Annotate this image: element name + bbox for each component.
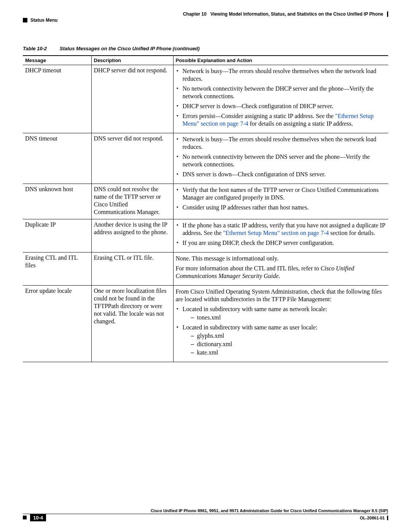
text: Located in subdirectory with same name a… [183,306,327,312]
header-bar-icon [387,11,388,17]
table-row: DNS timeout DNS server did not respond. … [23,133,388,184]
sub-list-item: tones.xml [191,314,386,321]
text: Errors persist—Consider assigning a stat… [183,113,335,119]
status-messages-table: Message Description Possible Explanation… [23,55,388,362]
text: for details on assigning a static IP add… [248,120,353,127]
cell-message: DNS timeout [23,133,91,184]
table-row: DNS unknown host DNS could not resolve t… [23,184,388,219]
footer-square-icon [23,516,27,519]
list-item: Verify that the host names of the TFTP s… [176,186,386,201]
sub-list-item: dictionary.xml [191,340,386,348]
cell-description: One or more localization files could not… [91,286,173,362]
text: Located in subdirectory with same name a… [183,324,318,331]
cell-action: Network is busy—The errors should resolv… [173,65,388,133]
page-number-badge: 10-4 [30,514,46,521]
list-item: Located in subdirectory with same name a… [176,324,386,356]
table-number: Table 10-2 [23,46,47,51]
table-caption: Table 10-2 Status Messages on the Cisco … [23,46,388,51]
list-item: DHCP server is down—Check configuration … [176,102,386,110]
page-footer: Cisco Unified IP Phone 8961, 9951, and 9… [23,508,388,521]
doc-id: OL-20861-01 [360,516,385,520]
cell-description: DNS could not resolve the name of the TF… [91,184,173,219]
list-item: Network is busy—The errors should resolv… [176,136,386,151]
cell-description: DHCP server did not respond. [91,65,173,133]
table-row: Duplicate IP Another device is using the… [23,219,388,252]
section-label: Status Menu [30,18,57,23]
table-row: DHCP timeout DHCP server did not respond… [23,65,388,133]
table-row: Erasing CTL and ITL files Erasing CTL or… [23,252,388,286]
cell-action: From Cisco Unified Operating System Admi… [173,286,388,362]
list-item: No network connectivity between the DNS … [176,153,386,168]
cell-message: Duplicate IP [23,219,91,252]
list-item: Errors persist—Consider assigning a stat… [176,112,386,128]
section-label-row: Status Menu [23,18,388,23]
cross-reference-link[interactable]: "Ethernet Setup Menu" section on page 7-… [223,230,329,236]
list-item: Network is busy—The errors should resolv… [176,67,386,83]
chapter-title: Viewing Model Information, Status, and S… [210,11,383,17]
cell-description: Another device is using the IP address a… [91,219,173,252]
text: For more information about the CTL and I… [176,265,321,272]
list-item: DNS server is down—Check configuration o… [176,171,386,178]
footer-bar-icon [387,516,388,520]
cell-message: Erasing CTL and ITL files [23,252,91,286]
paragraph: From Cisco Unified Operating System Admi… [176,288,386,303]
col-header-message: Message [23,56,91,65]
paragraph: For more information about the CTL and I… [176,265,386,280]
paragraph: None. This message is informational only… [176,255,386,262]
cell-action: Network is busy—The errors should resolv… [173,133,388,184]
cell-action: None. This message is informational only… [173,252,388,286]
table-title: Status Messages on the Cisco Unified IP … [60,46,200,51]
cell-description: Erasing CTL or ITL file. [91,252,173,286]
footer-guide-title: Cisco Unified IP Phone 8961, 9951, and 9… [151,508,388,513]
cell-action: If the phone has a static IP address, ve… [173,219,388,252]
list-item: No network connectivity between the DHCP… [176,85,386,100]
list-item: If you are using DHCP, check the DHCP se… [176,239,386,247]
square-marker-icon [23,18,27,22]
col-header-description: Description [91,56,173,65]
list-item: If the phone has a static IP address, ve… [176,222,386,237]
text: section for details. [329,230,375,236]
cell-message: DHCP timeout [23,65,91,133]
list-item: Located in subdirectory with same name a… [176,305,386,321]
running-header: Chapter 10 Viewing Model Information, St… [23,11,388,17]
cell-action: Verify that the host names of the TFTP s… [173,184,388,219]
table-header-row: Message Description Possible Explanation… [23,56,388,65]
chapter-label: Chapter 10 [183,11,207,17]
cell-description: DNS server did not respond. [91,133,173,184]
cell-message: Error update locale [23,286,91,362]
text: . [279,273,280,279]
sub-list-item: kate.xml [191,349,386,356]
sub-list-item: glyphs.xml [191,332,386,340]
list-item: Consider using IP addresses rather than … [176,204,386,211]
col-header-action: Possible Explanation and Action [173,56,388,65]
table-row: Error update locale One or more localiza… [23,286,388,362]
cell-message: DNS unknown host [23,184,91,219]
